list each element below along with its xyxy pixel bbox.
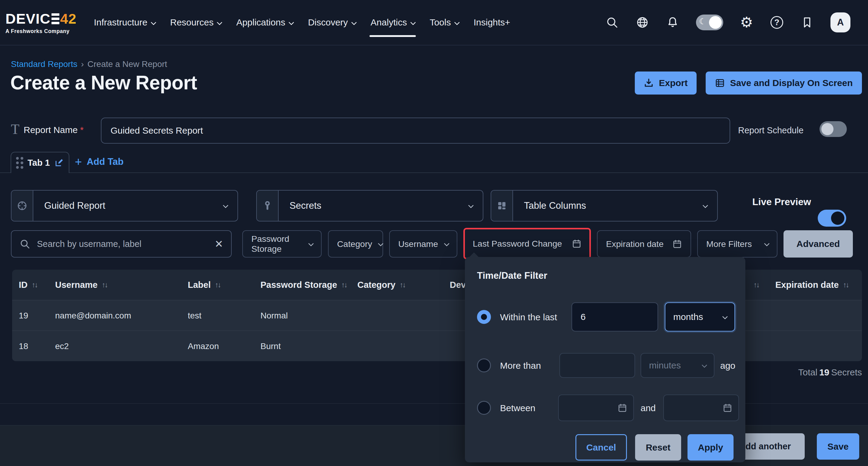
chevron-down-icon xyxy=(223,191,238,221)
chevron-down-icon xyxy=(289,20,294,25)
filter-username[interactable]: Username xyxy=(389,230,457,258)
radio-more-than[interactable] xyxy=(477,358,491,372)
dark-mode-toggle[interactable]: ☾ xyxy=(696,14,723,30)
save-button[interactable]: Save xyxy=(817,433,859,460)
save-display-label: Save and Display On Screen xyxy=(730,78,852,88)
sort-icon[interactable]: ↑↓ xyxy=(843,281,848,289)
column-header-dev-truncated[interactable]: Dev xyxy=(450,270,466,300)
within-the-last-value-input[interactable] xyxy=(571,302,658,331)
settings-gear-icon[interactable]: ⚙ xyxy=(740,16,753,29)
drag-handle-icon[interactable] xyxy=(16,157,23,169)
search-input[interactable] xyxy=(37,239,208,249)
search-icon xyxy=(20,238,30,250)
export-button[interactable]: Export xyxy=(635,71,696,94)
add-tab-button[interactable]: + Add Tab xyxy=(75,156,124,168)
within-the-last-unit-select[interactable]: months xyxy=(665,302,735,331)
bookmark-icon[interactable] xyxy=(800,16,814,29)
required-asterisk: * xyxy=(80,125,84,135)
topbar-icons: ☾ ⚙ ? A xyxy=(605,12,850,32)
report-name-input[interactable] xyxy=(101,118,730,144)
report-schedule-toggle[interactable] xyxy=(819,121,847,137)
logo-text: DEVIC xyxy=(5,10,51,27)
column-header-category[interactable]: Category↑↓ xyxy=(358,270,405,300)
ago-label: ago xyxy=(720,360,735,371)
filter-expiration-date[interactable]: Expiration date xyxy=(597,230,691,258)
sort-icon-partial-column[interactable]: ↑↓ xyxy=(753,270,759,300)
globe-icon[interactable] xyxy=(636,16,649,29)
filter-last-password-change-highlighted[interactable]: Last Password Change xyxy=(463,228,591,259)
unit-value: minutes xyxy=(649,360,681,371)
tab-1[interactable]: Tab 1 xyxy=(10,152,69,173)
search-box[interactable]: ✕ xyxy=(11,230,232,258)
active-tab-underline xyxy=(370,35,416,37)
guided-report-icon xyxy=(11,191,33,221)
column-header-id[interactable]: ID↑↓ xyxy=(19,270,37,300)
moon-icon: ☾ xyxy=(699,17,706,26)
filter-more-filters[interactable]: More Filters xyxy=(697,230,777,258)
column-header-password-storage[interactable]: Password Storage↑↓ xyxy=(260,270,347,300)
top-nav-bar: DEVIC 42 A Freshworks Company Infrastruc… xyxy=(0,0,868,46)
table-columns-value: Table Columns xyxy=(513,191,703,221)
filter-label: Username xyxy=(398,239,438,249)
add-tab-label: Add Tab xyxy=(87,156,124,167)
calendar-icon xyxy=(723,403,732,413)
unit-value: months xyxy=(673,312,703,322)
more-than-unit-select[interactable]: minutes xyxy=(641,353,714,378)
live-preview-toggle[interactable] xyxy=(818,210,846,227)
filter-label: More Filters xyxy=(706,239,752,249)
clear-search-icon[interactable]: ✕ xyxy=(215,239,223,249)
logo-wordmark: DEVIC 42 xyxy=(5,10,81,27)
export-label: Export xyxy=(659,78,687,88)
more-than-value-input[interactable] xyxy=(559,353,635,378)
chevron-down-icon xyxy=(764,240,770,246)
nav-item-analytics[interactable]: Analytics xyxy=(371,0,414,45)
nav-item-discovery[interactable]: Discovery xyxy=(308,0,355,45)
calendar-icon xyxy=(672,239,682,249)
reset-button[interactable]: Reset xyxy=(635,434,681,461)
search-icon[interactable] xyxy=(605,16,619,29)
chevron-down-icon xyxy=(454,20,460,25)
calendar-icon xyxy=(572,239,582,249)
edit-tab-icon[interactable] xyxy=(54,158,64,168)
between-end-date-input[interactable] xyxy=(663,395,739,421)
radio-between[interactable] xyxy=(477,401,491,415)
filter-password-storage[interactable]: Password Storage xyxy=(242,230,322,258)
table-columns-select[interactable]: Table Columns xyxy=(491,190,718,222)
column-header-expiration-date[interactable]: Expiration date↑↓ xyxy=(775,270,848,300)
nav-item-resources[interactable]: Resources xyxy=(170,0,221,45)
sort-icon[interactable]: ↑↓ xyxy=(215,281,220,289)
advanced-button[interactable]: Advanced xyxy=(783,230,853,258)
nav-item-infrastructure[interactable]: Infrastructure xyxy=(94,0,155,45)
chevron-down-icon xyxy=(351,20,356,25)
apply-button[interactable]: Apply xyxy=(687,434,734,461)
column-header-username[interactable]: Username↑↓ xyxy=(55,270,107,300)
nav-item-insights[interactable]: Insights+ xyxy=(474,0,510,45)
between-start-date-input[interactable] xyxy=(558,395,634,421)
breadcrumb: Standard Reports › Create a New Report xyxy=(11,59,167,69)
sort-icon[interactable]: ↑↓ xyxy=(32,281,37,289)
download-icon xyxy=(644,78,654,88)
sort-icon[interactable]: ↑↓ xyxy=(400,281,405,289)
object-select[interactable]: Secrets xyxy=(256,190,484,222)
tab-row-divider xyxy=(0,172,868,173)
nav-item-tools[interactable]: Tools xyxy=(430,0,459,45)
help-icon[interactable]: ? xyxy=(770,16,784,29)
report-type-select[interactable]: Guided Report xyxy=(11,190,238,222)
chevron-down-icon xyxy=(151,20,156,25)
popup-notch xyxy=(469,253,479,257)
user-avatar[interactable]: A xyxy=(831,12,850,32)
sort-icon[interactable]: ↑↓ xyxy=(341,281,347,289)
notifications-bell-icon[interactable] xyxy=(666,16,680,29)
device42-logo[interactable]: DEVIC 42 A Freshworks Company xyxy=(5,10,81,34)
cancel-button[interactable]: Cancel xyxy=(576,434,627,461)
chevron-down-icon xyxy=(468,191,483,221)
save-and-display-button[interactable]: Save and Display On Screen xyxy=(706,71,862,94)
sort-icon[interactable]: ↑↓ xyxy=(102,281,107,289)
radio-within-the-last[interactable] xyxy=(477,310,491,324)
cell-label: test xyxy=(188,300,202,331)
breadcrumb-link-standard-reports[interactable]: Standard Reports xyxy=(11,59,77,69)
column-header-label[interactable]: Label↑↓ xyxy=(188,270,220,300)
filter-category[interactable]: Category xyxy=(328,230,383,258)
breadcrumb-current: Create a New Report xyxy=(88,59,167,69)
nav-item-applications[interactable]: Applications xyxy=(236,0,293,45)
